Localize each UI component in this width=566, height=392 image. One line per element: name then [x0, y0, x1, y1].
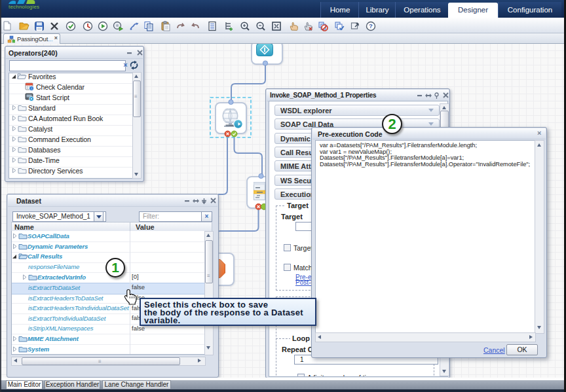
svg-text:i: i [31, 86, 31, 90]
svg-text:?: ? [369, 22, 373, 29]
